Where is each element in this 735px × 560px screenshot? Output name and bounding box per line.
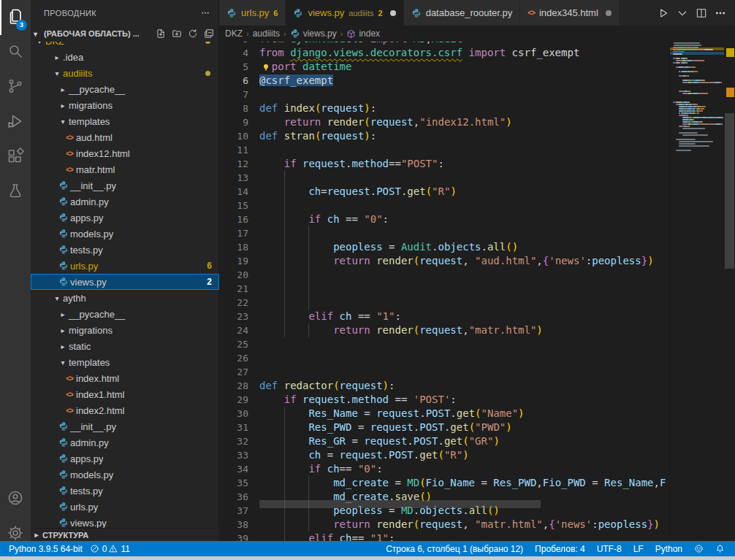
code-line-32[interactable]: 32 Res_GR = request.POST.get("GR") <box>219 434 669 448</box>
outline-section-header[interactable]: ▸ СТРУКТУРА <box>31 528 219 541</box>
tree-file-aud-html[interactable]: <>aud.html <box>31 129 219 145</box>
workspace-section-header[interactable]: ▾ (РАБОЧАЯ ОБЛАСТЬ) ... <box>31 26 218 42</box>
status-encoding[interactable]: UTF-8 <box>591 541 628 556</box>
breadcrumb-audiiits[interactable]: audiiits <box>253 28 280 39</box>
tree-file-urls-py[interactable]: urls.py6 <box>31 258 219 274</box>
breadcrumb-views-py[interactable]: views.py <box>290 28 337 39</box>
tree-file-tests-py[interactable]: tests.py <box>31 242 219 258</box>
code-line-31[interactable]: 31 Res_PWD = request.POST.get("PWD") <box>219 421 669 434</box>
status-python-interpreter[interactable]: Python 3.9.5 64-bit <box>3 541 88 556</box>
activity-search-icon[interactable] <box>0 35 31 70</box>
code-line-7[interactable]: 7 <box>219 88 669 101</box>
run-dropdown-icon[interactable] <box>677 7 688 19</box>
tree-file--init-py[interactable]: __init__.py <box>31 177 219 193</box>
tree-file-admin-py[interactable]: admin.py <box>31 434 219 450</box>
tab-views-py[interactable]: views.pyaudiiits2 <box>286 0 403 26</box>
tree-folder--pycache-[interactable]: ▸__pycache__ <box>31 306 219 322</box>
code-line-21[interactable]: 21 <box>219 282 669 296</box>
activity-testing-icon[interactable] <box>0 175 31 210</box>
tree-file-apps-py[interactable]: apps.py <box>31 210 219 226</box>
code-line-33[interactable]: 33 ch = request.POST.get("R") <box>219 448 669 462</box>
code-line-25[interactable]: 25 <box>219 337 669 351</box>
status-cursor-position[interactable]: Строка 6, столбец 1 (выбрано 12) <box>380 541 529 556</box>
tree-file-models-py[interactable]: models.py <box>31 467 219 483</box>
code-line-12[interactable]: 12 if request.method=="POST": <box>219 157 669 171</box>
activity-explorer-icon[interactable]: 3 <box>0 0 31 35</box>
code-line-19[interactable]: 19 return render(request, "aud.html",{'n… <box>219 254 669 268</box>
breadcrumb-dkz[interactable]: DKZ <box>225 28 243 39</box>
tree-folder-templates[interactable]: ▾templates <box>31 113 219 129</box>
code-editor[interactable]: 3from aythh.models import MD,Audit4from … <box>219 42 669 541</box>
code-line-30[interactable]: 30 Res_Name = request.POST.get("Name") <box>219 407 669 421</box>
code-line-5[interactable]: 5import datetime <box>219 60 669 74</box>
tree-file-index1-html[interactable]: <>index1.html <box>31 386 219 402</box>
new-folder-icon[interactable] <box>172 28 182 39</box>
tree-folder-templates[interactable]: ▾templates <box>31 354 219 370</box>
code-line-4[interactable]: 4from django.views.decorators.csrf impor… <box>219 46 669 60</box>
tree-file-index-html[interactable]: <>index.html <box>31 370 219 386</box>
status-errors-count[interactable]: 0 <box>88 541 109 556</box>
tree-folder--pycache-[interactable]: ▸__pycache__ <box>31 81 219 97</box>
status-feedback[interactable] <box>688 541 709 556</box>
activity-account-icon[interactable] <box>0 482 31 517</box>
run-button-icon[interactable] <box>658 7 669 19</box>
tree-file-models-py[interactable]: models.py <box>31 226 219 242</box>
code-line-18[interactable]: 18 peopless = Audit.objects.all() <box>219 240 669 254</box>
code-line-6[interactable]: 6@csrf_exempt <box>219 74 669 88</box>
code-line-15[interactable]: 15 <box>219 199 669 212</box>
status-eol[interactable]: LF <box>628 541 650 556</box>
code-line-34[interactable]: 34 if ch== "0": <box>219 462 669 476</box>
breadcrumb-index[interactable]: index <box>346 28 380 39</box>
tree-folder-static[interactable]: ▸static <box>31 338 219 354</box>
tree-file-urls-py[interactable]: urls.py <box>31 499 219 515</box>
horizontal-scrollbar[interactable] <box>259 500 541 508</box>
collapse-folders-icon[interactable] <box>204 28 214 39</box>
split-editor-icon[interactable] <box>696 7 707 19</box>
activity-source-control-icon[interactable] <box>0 70 31 105</box>
activity-extensions-icon[interactable] <box>0 140 31 175</box>
tree-file-apps-py[interactable]: apps.py <box>31 450 219 467</box>
activity-run-debug-icon[interactable] <box>0 105 31 140</box>
tree-folder-aythh[interactable]: ▾aythh <box>31 290 219 306</box>
tree-file-admin-py[interactable]: admin.py <box>31 193 219 210</box>
code-line-16[interactable]: 16 if ch == "0": <box>219 212 669 226</box>
code-line-35[interactable]: 35 md_create = MD(Fio_Name = Res_PWD,Fio… <box>219 476 669 490</box>
tree-file-matr-html[interactable]: <>matr.html <box>31 161 219 177</box>
code-line-13[interactable]: 13 <box>219 171 669 185</box>
tab-database-roouter-py[interactable]: database_roouter.py <box>404 0 521 26</box>
code-line-14[interactable]: 14 ch=request.POST.get("R") <box>219 185 669 199</box>
code-line-28[interactable]: 28def redactor(request): <box>219 379 669 393</box>
code-line-27[interactable]: 27 <box>219 365 669 379</box>
tree-file-index12-html[interactable]: <>index12.html <box>31 145 219 161</box>
code-line-39[interactable]: 39 elif ch== "1": <box>219 532 669 541</box>
tree-folder-dkz[interactable]: ▾DKZ <box>31 42 219 49</box>
tree-folder-migrations[interactable]: ▸migrations <box>31 322 219 338</box>
code-line-23[interactable]: 23 elif ch == "1": <box>219 310 669 323</box>
code-line-38[interactable]: 38 return render(request, "matr.html",{'… <box>219 518 669 532</box>
code-line-20[interactable]: 20 <box>219 268 669 282</box>
code-line-24[interactable]: 24 return render(request,"matr.html") <box>219 323 669 337</box>
tree-folder-migrations[interactable]: ▸migrations <box>31 97 219 113</box>
code-line-8[interactable]: 8def index(request): <box>219 101 669 115</box>
code-line-17[interactable]: 17 <box>219 226 669 240</box>
refresh-icon[interactable] <box>188 28 198 39</box>
tree-file-index2-html[interactable]: <>index2.html <box>31 402 219 418</box>
code-line-22[interactable]: 22 <box>219 296 669 310</box>
minimap[interactable] <box>669 42 724 541</box>
code-line-9[interactable]: 9 return render(request,"index12.html") <box>219 115 669 129</box>
tree-file-views-py[interactable]: views.py <box>31 515 219 528</box>
code-line-10[interactable]: 10def stran(request): <box>219 129 669 143</box>
unsaved-dot-icon[interactable] <box>606 10 612 16</box>
lightbulb-icon[interactable] <box>259 61 272 73</box>
new-file-icon[interactable] <box>156 28 166 39</box>
status-notifications[interactable] <box>709 541 731 556</box>
tree-folder-audiiits[interactable]: ▾audiiits <box>31 65 219 81</box>
tree-folder--idea[interactable]: ▸.idea <box>31 49 219 65</box>
tree-file--init-py[interactable]: __init__.py <box>31 418 219 434</box>
sidebar-more-icon[interactable]: ⋯ <box>202 8 210 18</box>
code-line-29[interactable]: 29 if request.method == 'POST': <box>219 393 669 407</box>
tree-file-tests-py[interactable]: tests.py <box>31 483 219 499</box>
status-warnings-count[interactable]: 11 <box>108 541 135 556</box>
unsaved-dot-icon[interactable] <box>390 10 396 16</box>
tree-file-views-py[interactable]: views.py2 <box>31 274 219 290</box>
